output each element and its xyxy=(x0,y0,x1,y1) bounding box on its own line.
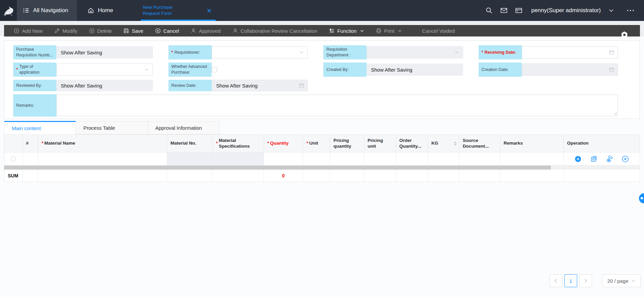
field-review-date: Review Date: Show After Saving xyxy=(168,80,308,91)
field-requisition-department: Requisition Department : xyxy=(323,45,463,59)
table-row xyxy=(4,152,640,166)
chevron-down-icon xyxy=(299,50,304,55)
calendar-icon xyxy=(609,50,614,55)
row-quantity-cell[interactable] xyxy=(264,152,303,166)
all-navigation-menu[interactable]: All Navigation xyxy=(17,0,77,21)
sum-cell xyxy=(38,170,167,182)
sort-desc-icon xyxy=(454,144,457,146)
toolbar-settings-nut-icon[interactable] xyxy=(620,31,628,36)
tab-main-content[interactable]: Main content xyxy=(4,121,76,134)
cancel-button[interactable]: Cancel xyxy=(155,28,179,34)
header-select xyxy=(4,135,23,152)
home-tab[interactable]: Home xyxy=(87,0,113,21)
receiving-date-label: *Receiving Date: xyxy=(479,45,522,59)
header-material-specifications: *Material Specifications xyxy=(213,135,264,152)
user-menu-label[interactable]: penny(Super administrator) xyxy=(531,7,601,14)
header-quantity: *Quantity xyxy=(264,135,303,152)
header-operation: Operation xyxy=(564,135,640,152)
chevron-left-icon xyxy=(554,278,558,283)
type-of-application-select[interactable] xyxy=(56,64,153,76)
reviewed-by-value: Show After Saving xyxy=(56,80,153,91)
created-by-label: Created By: xyxy=(323,63,367,77)
mail-icon[interactable] xyxy=(500,7,508,14)
page-size-select[interactable]: 20 / page xyxy=(602,274,641,287)
row-pricing-unit-cell[interactable] xyxy=(364,152,396,166)
next-page-button[interactable] xyxy=(579,274,592,287)
remarks-textarea[interactable] xyxy=(56,95,618,116)
more-options-icon[interactable] xyxy=(626,9,635,12)
chevron-down-icon xyxy=(631,279,636,283)
cancel-voided-button[interactable]: Cancel Voided xyxy=(422,28,455,34)
remarks-label: Remarks: xyxy=(13,94,56,117)
table-horizontal-scrollbar xyxy=(4,166,640,170)
sum-quantity-cell: 0 xyxy=(264,170,303,182)
chevron-right-icon xyxy=(583,278,588,283)
header-order-quantity: Order Quantity... xyxy=(396,135,428,152)
row-kg-cell[interactable] xyxy=(428,152,459,166)
kg-sort-control[interactable] xyxy=(454,142,457,146)
save-button[interactable]: Save xyxy=(123,28,143,34)
field-purchase-requisition-number: Purchase Requisition Numb... Show After … xyxy=(13,45,153,59)
close-tab-icon[interactable] xyxy=(207,8,213,13)
row-source-document-cell[interactable] xyxy=(459,152,500,166)
field-reviewed-by: Reviewed By: Show After Saving xyxy=(13,80,153,91)
print-menu-button[interactable]: Print xyxy=(376,28,402,34)
table-sum-row: SUM 0 xyxy=(4,170,640,182)
page-number-button[interactable]: 1 xyxy=(564,274,577,287)
delete-button[interactable]: Delete xyxy=(89,28,112,34)
whether-advanced-purchase-label: Whether Advanced Purchase: xyxy=(168,63,212,77)
creation-date-label: Creation Date: xyxy=(479,63,522,77)
row-remarks-cell[interactable] xyxy=(500,152,564,166)
prev-page-button[interactable] xyxy=(549,274,562,287)
scrollbar-thumb[interactable] xyxy=(4,166,551,170)
review-date-value: Show After Saving xyxy=(216,83,258,89)
whether-advanced-purchase-checkbox[interactable] xyxy=(212,67,217,72)
field-whether-advanced-purchase: Whether Advanced Purchase: xyxy=(168,63,308,77)
plus-circle-icon xyxy=(14,28,20,34)
header-unit: *Unit xyxy=(303,135,330,152)
row-pricing-quantity-cell[interactable] xyxy=(330,152,364,166)
sort-asc-icon xyxy=(454,142,457,143)
content-tabs: Main content Process Table Approval Info… xyxy=(4,121,220,134)
doc-tab-title: New Purchase Request Form xyxy=(143,4,172,16)
header-index: # xyxy=(23,135,38,152)
row-radio-button[interactable] xyxy=(11,156,16,162)
user-chevron-down-icon[interactable] xyxy=(608,7,614,14)
copy-row-icon[interactable] xyxy=(590,155,597,163)
receiving-date-input[interactable] xyxy=(522,46,618,58)
sum-cell xyxy=(23,170,38,182)
field-receiving-date: *Receiving Date: xyxy=(479,45,618,59)
tab-process-table[interactable]: Process Table xyxy=(76,121,148,134)
function-menu-button[interactable]: Function xyxy=(329,28,364,34)
add-row-icon[interactable] xyxy=(574,155,582,163)
approved-button[interactable]: Approved xyxy=(190,28,220,34)
sum-cell xyxy=(459,170,500,182)
sum-label-cell: SUM xyxy=(4,170,23,182)
row-unit-cell[interactable] xyxy=(303,152,330,166)
header-remarks: Remarks xyxy=(500,135,564,152)
requisitioner-select[interactable] xyxy=(212,46,308,58)
field-creation-date: Creation Date: xyxy=(479,63,618,77)
collaborative-review-cancellation-button[interactable]: Collaborative Review Cancellation xyxy=(232,28,318,34)
chevron-down-icon xyxy=(144,67,149,72)
search-icon[interactable] xyxy=(485,7,493,14)
material-select-icon[interactable] xyxy=(606,155,613,163)
add-new-button[interactable]: Add New xyxy=(14,28,43,34)
tab-new-purchase-request-form[interactable]: New Purchase Request Form xyxy=(143,0,213,21)
tab-approval-information[interactable]: Approval Information xyxy=(148,121,220,134)
remove-row-icon[interactable] xyxy=(622,155,629,163)
sum-cell xyxy=(213,170,264,182)
purchase-request-form-panel: Purchase Requisition Numb... Show After … xyxy=(4,41,640,119)
resize-handle-icon[interactable] xyxy=(613,112,617,115)
app-logo xyxy=(0,0,17,21)
floating-assistant-button[interactable] xyxy=(639,193,644,203)
modify-button[interactable]: Modify xyxy=(54,28,77,34)
creation-date-input xyxy=(522,64,618,76)
workspace-card-icon[interactable] xyxy=(515,7,522,14)
row-material-name-cell[interactable] xyxy=(38,152,167,166)
row-order-quantity-cell[interactable] xyxy=(396,152,428,166)
floppy-save-icon xyxy=(123,28,129,34)
table-header-row: # *Material Name Material No. *Material … xyxy=(4,134,640,152)
field-type-of-application: *Type of application: xyxy=(13,63,153,77)
field-remarks: Remarks: xyxy=(13,94,618,117)
